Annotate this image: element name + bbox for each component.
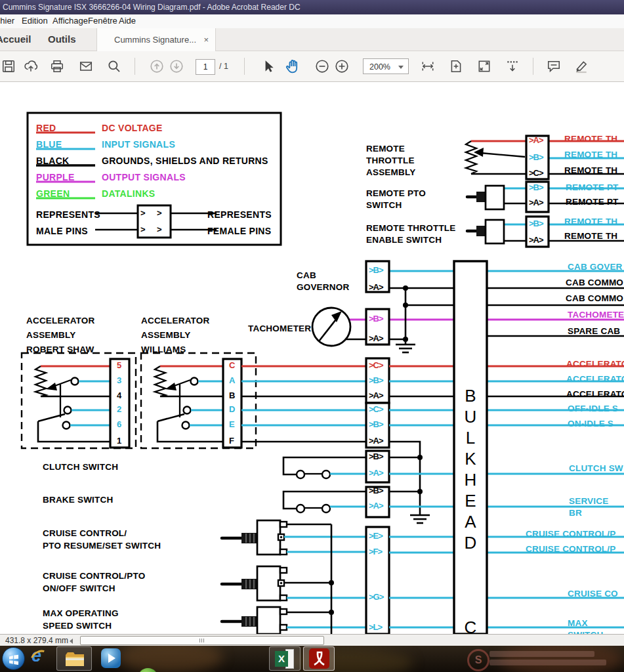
pin-label: >B> [529,219,543,228]
zoom-out-icon[interactable] [315,59,329,74]
menu-fichier[interactable]: Fichier [0,16,14,26]
pin-label: 4 [117,391,121,400]
scrollbar-grip[interactable] [199,639,204,642]
excel-button[interactable]: X [269,646,301,671]
bulkhead-letter: A [454,513,487,530]
page-up-icon[interactable] [150,59,164,74]
pin-label: >A> [369,436,383,445]
pin-label: >A> [529,198,543,207]
diagram-label: CRUISE CONTROL/P [526,543,615,555]
window-title: Cummins Signature ISX 3666266-04 Wiring … [3,3,301,12]
diagram-label: CAB GOVER [568,261,623,273]
fullscreen-icon[interactable] [477,59,491,74]
page-dimensions: 431.8 x 279.4 mm [5,636,68,645]
pin-label: 3 [117,376,121,385]
pdf-page[interactable]: REDDC VOLTAGEBLUEINPUT SIGNALSBLACKGROUN… [0,82,624,634]
diagram-label: REMOTE TH [564,216,617,228]
pin-label: > [140,225,145,234]
adobe-reader-icon [309,648,329,669]
bulkhead-letter: D [454,534,487,551]
pin-label: >C> [369,361,383,369]
diagram-label: REMOTE TH [564,165,617,177]
windows-explorer-button[interactable] [56,646,92,671]
tab-accueil[interactable]: Accueil [0,33,31,45]
diagram-label: ACCELERATO [566,358,624,370]
pin-label: 1 [117,436,121,445]
watermark: S [467,649,489,671]
page-down-icon[interactable] [169,59,184,74]
show-toolbar-icon[interactable] [505,59,520,74]
status-bar: 431.8 x 279.4 mm [0,634,624,646]
select-cursor-icon[interactable] [261,59,276,74]
email-icon[interactable] [79,59,93,74]
pin-label: >C> [369,405,383,413]
start-button[interactable] [2,647,25,670]
diagram-label: RED [36,120,56,136]
pin-label: >B> [369,314,383,323]
tab-outils[interactable]: Outils [48,33,76,45]
cloud-upload-icon[interactable] [24,59,38,74]
diagram-label: INPUT SIGNALS [102,136,175,153]
diagram-label: REMOTE PT [566,196,619,208]
media-player-icon[interactable] [101,648,121,668]
diagram-label: CAB COMMO [566,277,623,289]
diagram-label: OUTPUT SIGNALS [102,169,186,186]
pin-label: >G> [369,593,383,601]
adobe-reader-button[interactable] [303,646,335,671]
diagram-label: CAB COMMO [566,293,623,304]
diagram-label: BRAKE SWITCH [43,494,113,506]
toolbar [0,51,624,82]
diagram-label: REMOTE PTO SWITCH [366,188,426,211]
diagram-label: CLUTCH SW [569,463,623,474]
pin-label: >A> [369,334,383,343]
menu-fenetre[interactable]: Fenêtre [88,16,117,26]
diagram-label: REPRESENTS [207,207,272,223]
diagram-label: DATALINKS [102,186,156,202]
diagram-label: REMOTE PT [566,182,619,194]
diagram-label: SPARE CAB [568,326,620,337]
pin-label: >A> [369,391,383,400]
diagram-label: MALE PINS [36,223,88,240]
pin-label: 6 [117,420,121,429]
zoom-in-icon[interactable] [335,59,349,74]
diagram-label: REPRESENTS [36,207,100,223]
diagram-label: CRUISE CONTROL/ PTO RESUME/SET SWITCH [43,527,161,552]
tab-close-icon[interactable]: × [203,28,209,51]
pin-label: F [229,436,234,445]
pin-label: >A> [529,236,543,244]
page-number-input[interactable]: 1 [196,59,215,75]
tab-bar: Accueil Outils Cummins Signature... × [0,28,624,51]
zoom-level-select[interactable]: 200% [363,58,409,74]
horizontal-scrollbar[interactable] [80,636,324,645]
toolbar-separator [533,58,533,75]
menu-aide[interactable]: Aide [119,16,136,26]
enhance-page-icon[interactable] [449,59,463,74]
pin-label: > [157,225,161,234]
diagram-label: REMOTE TH [564,149,617,161]
fit-width-icon[interactable] [421,59,435,74]
highlight-pen-icon[interactable] [573,59,589,74]
window-titlebar[interactable]: Cummins Signature ISX 3666266-04 Wiring … [0,0,624,14]
pin-label: >C> [529,169,543,177]
print-icon[interactable] [50,59,64,74]
save-icon[interactable] [1,59,16,74]
menu-affichage[interactable]: Affichage [52,16,88,26]
diagram-label: CRUISE CONTROL/P [526,528,615,540]
diagram-label: MAX OPERATING SPEED SWITCH [43,607,119,632]
comment-icon[interactable] [546,59,562,74]
search-icon[interactable] [107,59,121,74]
hand-tool-icon[interactable] [283,58,301,75]
bulkhead-letter: C [454,619,487,634]
diagram-label: BLUE [36,136,62,153]
pin-label: C [229,361,234,369]
pin-label: >F> [369,547,382,556]
scroll-left-icon[interactable] [70,639,73,644]
pin-label: B [229,391,234,400]
pin-label: >E> [369,532,383,540]
internet-explorer-icon[interactable]: e [30,648,50,668]
pin-label: 5 [117,361,121,369]
menu-edition[interactable]: Edition [22,16,48,26]
bulkhead-letter: U [454,408,487,425]
tab-document[interactable]: Cummins Signature... × [96,28,216,51]
diagram-label: CLUTCH SWITCH [43,461,118,473]
